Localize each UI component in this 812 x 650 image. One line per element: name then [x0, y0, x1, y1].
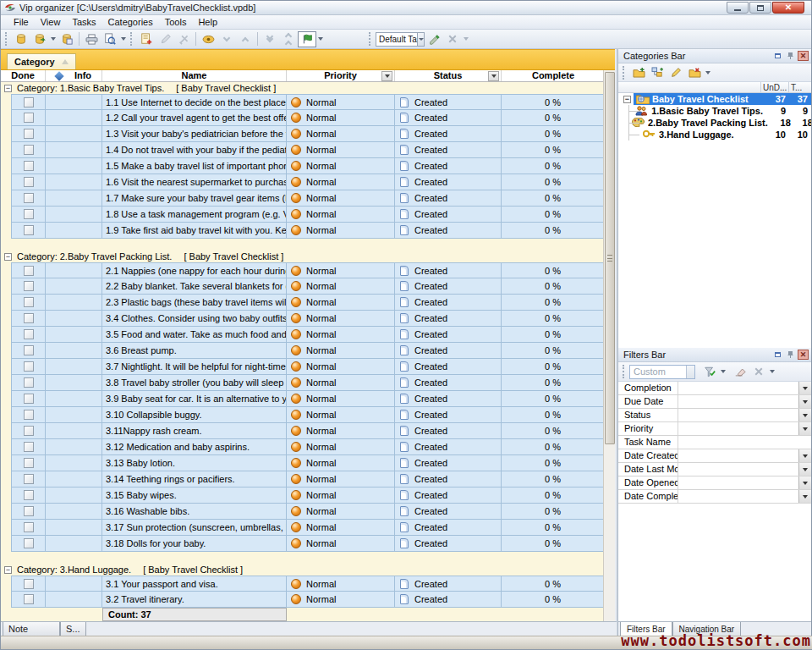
task-priority-cell[interactable]: Normal: [287, 223, 395, 239]
task-complete-cell[interactable]: 0 %: [502, 311, 605, 327]
task-checkbox[interactable]: [24, 177, 34, 187]
open-database-button[interactable]: [30, 31, 49, 47]
filters-toolbar-dropdown[interactable]: [770, 370, 775, 373]
task-priority-cell[interactable]: Normal: [287, 295, 395, 311]
task-row[interactable]: 1.3 Visit your baby's pediatrician befor…: [1, 126, 605, 142]
pin-panel-button[interactable]: [785, 350, 796, 360]
categories-toolbar-dropdown[interactable]: [705, 71, 710, 74]
task-name-cell[interactable]: 3.14 Teething rings or pacifiers.: [102, 471, 287, 488]
column-header-priority[interactable]: Priority: [287, 70, 395, 81]
task-checkbox[interactable]: [24, 266, 34, 276]
task-info-cell[interactable]: [46, 327, 102, 343]
task-status-cell[interactable]: Created: [395, 142, 502, 158]
task-done-cell[interactable]: [11, 110, 46, 126]
view-options-dropdown[interactable]: [464, 37, 469, 41]
tree-item[interactable]: 3.Hand Luggage.1010: [618, 129, 811, 140]
task-row[interactable]: 1.4 Do not travel with your baby if the …: [1, 142, 605, 158]
task-status-cell[interactable]: Created: [395, 359, 502, 375]
task-row[interactable]: 3.4 Clothes. Consider using two baby out…: [1, 311, 605, 327]
tree-item-zone[interactable]: 2.Baby Travel Packing List.1818: [629, 117, 811, 129]
task-priority-cell[interactable]: Normal: [287, 359, 395, 375]
collapse-tree-icon[interactable]: −: [623, 96, 631, 103]
scrollbar-thumb[interactable]: [605, 72, 615, 444]
task-row[interactable]: 3.2 Travel itinerary.NormalCreated0 %: [1, 592, 605, 608]
task-done-cell[interactable]: [11, 174, 46, 190]
task-name-cell[interactable]: 3.4 Clothes. Consider using two baby out…: [102, 311, 287, 327]
menu-tools[interactable]: Tools: [159, 16, 193, 28]
task-name-cell[interactable]: 1.7 Make sure your baby travel gear item…: [102, 190, 287, 207]
task-info-cell[interactable]: [46, 536, 102, 552]
task-row[interactable]: 1.8 Use a task management program (e.g. …: [1, 207, 605, 223]
task-checkbox[interactable]: [24, 458, 34, 468]
task-name-cell[interactable]: 3.18 Dolls for your baby.: [102, 536, 287, 552]
undock-panel-button[interactable]: [772, 51, 783, 61]
task-name-cell[interactable]: 1.3 Visit your baby's pediatrician befor…: [102, 126, 287, 142]
task-complete-cell[interactable]: 0 %: [502, 536, 605, 552]
task-name-cell[interactable]: 3.13 Baby lotion.: [102, 455, 287, 471]
task-row[interactable]: 3.5 Food and water. Take as much food an…: [1, 327, 605, 343]
task-name-cell[interactable]: 3.2 Travel itinerary.: [102, 592, 287, 608]
task-name-cell[interactable]: 3.12 Medication and baby aspirins.: [102, 439, 287, 455]
task-complete-cell[interactable]: 0 %: [502, 504, 605, 520]
task-done-cell[interactable]: [11, 278, 46, 295]
filter-dropdown-button[interactable]: [798, 490, 811, 503]
task-info-cell[interactable]: [46, 592, 102, 608]
task-done-cell[interactable]: [11, 488, 46, 504]
task-info-cell[interactable]: [46, 223, 102, 239]
task-complete-cell[interactable]: 0 %: [502, 223, 605, 239]
task-done-cell[interactable]: [11, 94, 46, 110]
task-row[interactable]: 3.15 Baby wipes.NormalCreated0 %: [1, 488, 605, 504]
task-row[interactable]: 2.2 Baby blanket. Take several blankets …: [1, 278, 605, 295]
move-task-down-button[interactable]: [217, 31, 236, 47]
undock-panel-button[interactable]: [772, 350, 783, 360]
task-status-cell[interactable]: Created: [395, 295, 502, 311]
column-header-undone[interactable]: UnD...: [760, 82, 788, 92]
task-info-cell[interactable]: [46, 391, 102, 407]
filter-value-field[interactable]: [678, 490, 798, 503]
task-info-cell[interactable]: [46, 455, 102, 471]
task-priority-cell[interactable]: Normal: [287, 536, 395, 552]
task-info-cell[interactable]: [46, 126, 102, 142]
task-status-cell[interactable]: Created: [395, 126, 502, 142]
priority-filter-dropdown[interactable]: [381, 71, 392, 81]
tree-item[interactable]: 1.Basic Baby Travel Tips.99: [618, 105, 811, 117]
filter-value-field[interactable]: [678, 409, 798, 421]
task-checkbox[interactable]: [24, 297, 34, 307]
task-status-cell[interactable]: Created: [395, 391, 502, 407]
task-priority-cell[interactable]: Normal: [287, 375, 395, 391]
task-info-cell[interactable]: [46, 94, 102, 110]
task-checkbox[interactable]: [24, 209, 34, 219]
task-complete-cell[interactable]: 0 %: [502, 407, 605, 423]
task-done-cell[interactable]: [11, 423, 46, 439]
task-checkbox[interactable]: [24, 538, 34, 548]
task-priority-cell[interactable]: Normal: [287, 142, 395, 158]
task-checkbox[interactable]: [24, 129, 34, 139]
task-name-cell[interactable]: 3.8 Travel baby stroller (you baby will …: [102, 375, 287, 391]
clear-view-button[interactable]: [443, 31, 462, 47]
task-complete-cell[interactable]: 0 %: [502, 439, 605, 455]
column-header-status[interactable]: Status: [395, 70, 502, 81]
task-row[interactable]: 1.7 Make sure your baby travel gear item…: [1, 190, 605, 207]
category-group-row[interactable]: −Category: 2.Baby Travel Packing List.[ …: [1, 251, 605, 262]
task-checkbox[interactable]: [24, 506, 34, 516]
menu-view[interactable]: View: [35, 16, 67, 28]
task-priority-cell[interactable]: Normal: [287, 576, 395, 592]
task-status-cell[interactable]: Created: [395, 190, 502, 207]
task-complete-cell[interactable]: 0 %: [502, 190, 605, 207]
task-status-cell[interactable]: Created: [395, 158, 502, 174]
task-complete-cell[interactable]: 0 %: [502, 158, 605, 174]
task-checkbox[interactable]: [24, 410, 34, 420]
task-row[interactable]: 3.8 Travel baby stroller (you baby will …: [1, 375, 605, 391]
task-complete-cell[interactable]: 0 %: [502, 488, 605, 504]
task-name-cell[interactable]: 3.17 Sun protection (sunscreen, umbrella…: [102, 520, 287, 536]
task-checkbox[interactable]: [24, 522, 34, 532]
edit-category-button[interactable]: [667, 64, 685, 80]
task-done-cell[interactable]: [11, 190, 46, 207]
column-header-info[interactable]: Info: [46, 70, 102, 81]
task-name-cell[interactable]: 1.1 Use Internet to decide on the best p…: [102, 94, 287, 110]
task-done-cell[interactable]: [11, 391, 46, 407]
task-row[interactable]: 3.6 Breast pump.NormalCreated0 %: [1, 343, 605, 359]
task-status-cell[interactable]: Created: [395, 207, 502, 223]
task-checkbox[interactable]: [24, 313, 34, 323]
open-database-dropdown[interactable]: [51, 37, 56, 41]
